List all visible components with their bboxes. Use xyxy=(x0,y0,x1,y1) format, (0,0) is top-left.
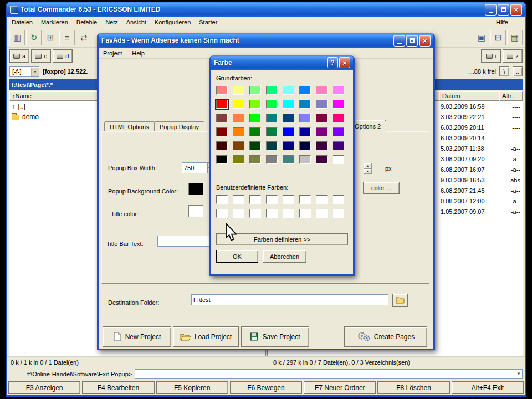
ok-button[interactable]: OK xyxy=(216,250,258,263)
color-dialog-titlebar[interactable]: Farbe ? × xyxy=(211,55,353,70)
fkey-button-f4-bearbeiten[interactable]: F4 Bearbeiten xyxy=(82,381,154,394)
menu-item-konfigurieren[interactable]: Konfigurieren xyxy=(155,19,191,25)
favads-maximize-button[interactable] xyxy=(406,35,418,47)
favads-titlebar[interactable]: FavAds - Wenn Adsense keinen Sinn macht … xyxy=(99,33,433,48)
basic-color-swatch[interactable] xyxy=(316,141,328,150)
basic-color-swatch[interactable] xyxy=(216,100,228,109)
view-button[interactable]: ▣ xyxy=(474,30,489,45)
custom-color-swatch[interactable] xyxy=(299,195,311,204)
menu-item-ansicht[interactable]: Ansicht xyxy=(126,19,146,25)
basic-color-swatch[interactable] xyxy=(299,141,311,150)
basic-color-swatch[interactable] xyxy=(316,127,328,136)
basic-color-swatch[interactable] xyxy=(233,114,244,122)
basic-color-swatch[interactable] xyxy=(332,86,344,95)
favads-close-button[interactable]: × xyxy=(419,35,431,47)
basic-color-swatch[interactable] xyxy=(216,114,228,122)
tc-close-button[interactable]: × xyxy=(510,4,522,16)
new-project-button[interactable]: New Project xyxy=(103,326,171,347)
basic-color-swatch[interactable] xyxy=(283,86,294,95)
basic-color-swatch[interactable] xyxy=(332,141,344,150)
save-button[interactable]: ▥ xyxy=(9,30,25,45)
custom-color-swatch[interactable] xyxy=(233,195,244,204)
basic-color-swatch[interactable] xyxy=(266,86,278,95)
custom-color-swatch[interactable] xyxy=(283,209,294,218)
basic-color-swatch[interactable] xyxy=(266,100,278,109)
root-dir-button[interactable]: \ xyxy=(499,66,509,76)
column-header-attr[interactable]: Attr. xyxy=(499,91,523,101)
menu-item-dateien[interactable]: Dateien xyxy=(12,19,33,25)
custom-color-swatch[interactable] xyxy=(316,195,328,204)
basic-color-swatch[interactable] xyxy=(266,141,278,150)
basic-color-swatch[interactable] xyxy=(233,100,244,109)
basic-color-swatch[interactable] xyxy=(299,114,311,122)
drive-button-a[interactable]: a xyxy=(9,49,29,63)
drive-button-i[interactable]: i xyxy=(481,49,501,63)
basic-color-swatch[interactable] xyxy=(299,127,311,136)
basic-color-swatch[interactable] xyxy=(316,86,328,95)
create-pages-button[interactable]: Create Pages xyxy=(344,326,427,347)
basic-color-swatch[interactable] xyxy=(233,86,244,95)
basic-color-swatch[interactable] xyxy=(299,86,311,95)
basic-color-swatch[interactable] xyxy=(299,100,311,109)
menu-item-markieren[interactable]: Markieren xyxy=(41,19,68,25)
spinner-down-icon[interactable]: ▼ xyxy=(364,168,372,174)
custom-color-swatch[interactable] xyxy=(316,209,328,218)
cancel-button[interactable]: Abbrechen xyxy=(263,250,306,263)
basic-color-swatch[interactable] xyxy=(332,114,344,122)
command-input[interactable]: ▼ xyxy=(135,369,523,379)
grid-button[interactable]: ⊞ xyxy=(43,30,58,45)
custom-color-swatch[interactable] xyxy=(249,195,261,204)
drive-button-c[interactable]: c xyxy=(31,49,51,63)
fkey-button-f6-bewegen[interactable]: F6 Bewegen xyxy=(230,381,302,394)
tc-minimize-button[interactable] xyxy=(485,4,497,16)
basic-color-swatch[interactable] xyxy=(266,155,278,164)
menu-item-hilfe[interactable]: Hilfe xyxy=(496,19,508,25)
color-picker-button[interactable]: color ... xyxy=(363,182,400,194)
custom-color-swatch[interactable] xyxy=(216,209,228,218)
basic-color-swatch[interactable] xyxy=(249,100,261,109)
basic-color-swatch[interactable] xyxy=(316,114,328,122)
basic-color-swatch[interactable] xyxy=(266,114,278,122)
basic-color-swatch[interactable] xyxy=(283,114,294,122)
basic-color-swatch[interactable] xyxy=(249,141,261,150)
basic-color-swatch[interactable] xyxy=(216,86,228,95)
tab-options-2[interactable]: Options 2 xyxy=(349,120,386,132)
basic-color-swatch[interactable] xyxy=(249,155,261,164)
pack-button[interactable]: ▦ xyxy=(507,30,523,45)
tab-popup-display[interactable]: Popup Display xyxy=(154,121,204,131)
save-project-button[interactable]: Save Project xyxy=(241,326,309,347)
popup-background-color-swatch[interactable] xyxy=(188,183,203,195)
spinner-up-icon[interactable]: ▲ xyxy=(364,163,372,168)
custom-color-swatch[interactable] xyxy=(332,209,344,218)
custom-color-swatch[interactable] xyxy=(299,209,311,218)
basic-color-swatch[interactable] xyxy=(249,127,261,136)
basic-color-swatch[interactable] xyxy=(249,86,261,95)
custom-color-swatch[interactable] xyxy=(266,195,278,204)
basic-color-swatch[interactable] xyxy=(249,114,261,122)
drive-button-z[interactable]: z xyxy=(503,49,523,63)
tc-titlebar[interactable]: Total Commander 6.53 - ERICSSON LIMITED … xyxy=(7,2,525,17)
split-button[interactable]: ⊟ xyxy=(490,30,506,45)
list-button[interactable]: ≡ xyxy=(59,30,75,45)
fkey-button-f8-l-schen[interactable]: F8 Löschen xyxy=(377,381,449,394)
popup-box-width-input[interactable] xyxy=(182,162,207,173)
basic-color-swatch[interactable] xyxy=(266,127,278,136)
custom-color-swatch[interactable] xyxy=(283,195,294,204)
basic-color-swatch[interactable] xyxy=(332,100,344,109)
column-header-datum[interactable]: Datum xyxy=(439,91,499,101)
basic-color-swatch[interactable] xyxy=(233,127,244,136)
browse-folder-button[interactable] xyxy=(392,294,408,307)
basic-color-swatch[interactable] xyxy=(332,127,344,136)
refresh-button[interactable]: ↻ xyxy=(26,30,42,45)
basic-color-swatch[interactable] xyxy=(283,155,294,164)
load-project-button[interactable]: Load Project xyxy=(173,326,239,347)
custom-color-swatch[interactable] xyxy=(249,209,261,218)
basic-color-swatch[interactable] xyxy=(316,155,328,164)
menu-item-project[interactable]: Project xyxy=(103,50,122,57)
title-color-swatch[interactable] xyxy=(188,205,203,217)
menu-item-help[interactable]: Help xyxy=(132,50,145,57)
tab-html-options[interactable]: HTML Options xyxy=(104,121,155,131)
height-spinner[interactable]: ▲ ▼ xyxy=(364,163,372,174)
menu-item-netz[interactable]: Netz xyxy=(105,19,118,25)
fkey-button-alt-f4-exit[interactable]: Alt+F4 Exit xyxy=(452,381,524,394)
